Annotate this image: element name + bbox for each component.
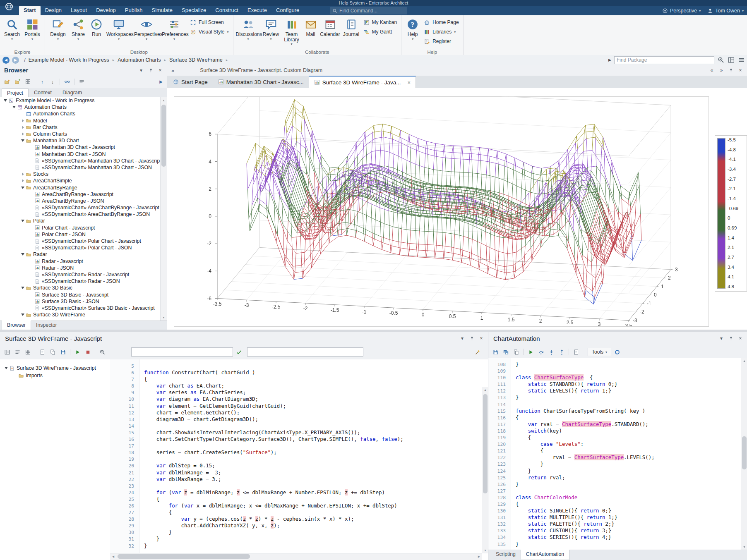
code-line[interactable]: 32} bbox=[110, 543, 482, 549]
code-line[interactable]: 113} bbox=[488, 394, 747, 401]
ribbon-button-share[interactable]: Share▾ bbox=[69, 15, 88, 41]
scrollbar-thumb[interactable] bbox=[483, 394, 488, 493]
code-line[interactable]: 18 series = chart.CreateSeries("Surface"… bbox=[110, 449, 482, 456]
pin-button[interactable] bbox=[728, 67, 734, 74]
tree-item[interactable]: Surface 3D Basic - Javascript bbox=[0, 291, 161, 298]
tree-item[interactable]: Polar Chart - Javascript bbox=[0, 225, 161, 231]
code-line[interactable]: 123 } bbox=[488, 461, 747, 467]
close-button[interactable]: × bbox=[737, 335, 744, 342]
script-tree-item[interactable]: Imports bbox=[0, 372, 110, 379]
menu-tab-design[interactable]: Design bbox=[41, 6, 66, 15]
copy-button[interactable] bbox=[48, 347, 57, 357]
code-line[interactable]: 22 var dblMaxRange = 3.; bbox=[110, 476, 482, 483]
scroll-down-icon[interactable]: ▼ bbox=[482, 547, 488, 553]
tree-item[interactable]: Polar Chart - JSON bbox=[0, 231, 161, 238]
browser-tree-scrollbar[interactable]: ▲ ▼ bbox=[160, 97, 167, 321]
bottom-tab-chartautomation[interactable]: ChartAutomation bbox=[521, 550, 569, 560]
tree-expander-icon[interactable] bbox=[20, 314, 26, 316]
perspective-menu[interactable]: Perspective ▾ bbox=[662, 8, 701, 14]
code-line[interactable]: 15 chart.ShowAxisIntervalInterlacing(Cha… bbox=[110, 429, 482, 436]
code-line[interactable]: 111 static STANDARD(){ return 0;} bbox=[488, 381, 747, 388]
close-button[interactable]: × bbox=[737, 67, 744, 74]
code-line[interactable]: 16 chart.SetChartType(ChartCategory.Surf… bbox=[110, 436, 482, 443]
ribbon-button-portals[interactable]: Portals▾ bbox=[22, 15, 43, 41]
scroll-down-icon[interactable]: ▼ bbox=[741, 544, 747, 550]
code-line[interactable]: 20 var dblStep = 0.15; bbox=[110, 462, 482, 469]
tree-item[interactable]: «SSDynamicChart» Polar Chart - Javascrip… bbox=[0, 238, 161, 244]
runplay-button[interactable] bbox=[526, 347, 535, 357]
scrollbar-thumb[interactable] bbox=[742, 436, 747, 469]
code-line[interactable]: 110class ChartSurfaceType { bbox=[488, 374, 747, 381]
find-command-box[interactable]: Find Command... bbox=[330, 7, 407, 14]
ribbon-button-workspaces[interactable]: Workspaces▾ bbox=[105, 15, 132, 41]
script-replace-input[interactable] bbox=[247, 347, 363, 357]
pin-button[interactable] bbox=[468, 335, 475, 342]
tree-expander-icon[interactable] bbox=[20, 126, 26, 129]
code-line[interactable]: 13 diagram3D = chart.GetDiagram3D(); bbox=[110, 416, 482, 423]
code-line[interactable]: 130 static SINGLE(){ return 0;} bbox=[488, 507, 747, 514]
docpage-button[interactable] bbox=[572, 347, 581, 357]
tree-item[interactable]: Manhattan 3D Chart - JSON bbox=[0, 151, 161, 158]
save-button[interactable] bbox=[491, 347, 500, 357]
breadcrumb-item-surface-3d-wireframe[interactable]: Surface 3D WireFrame bbox=[169, 57, 223, 63]
code-line[interactable]: 24 for (var z = dblMinRange; z <= dblMax… bbox=[110, 489, 482, 496]
tree-item[interactable]: Surface 3D WireFrame bbox=[0, 311, 161, 318]
diagram-canvas-area[interactable]: -5.5-4.8-4.1-3.4-2.7-2.1-1.4-0.6900.691.… bbox=[167, 88, 747, 330]
code-line[interactable]: 28 var y = (cephes.cos(z * z) * z - ceph… bbox=[110, 516, 482, 522]
menu-tab-start[interactable]: Start bbox=[19, 6, 41, 15]
pin-button[interactable] bbox=[147, 67, 154, 74]
code-line[interactable]: 117 var rval = ChartSurfaceType.STANDARD… bbox=[488, 421, 747, 428]
user-menu[interactable]: Tom Owen ▾ bbox=[707, 8, 744, 14]
tree-item[interactable]: Manhattan 3D Chart - Javascript bbox=[0, 144, 161, 151]
code-line[interactable]: 134 static SERIES(){ return 4;} bbox=[488, 534, 747, 541]
stepout-button[interactable] bbox=[557, 347, 566, 357]
menu-tab-specialize[interactable]: Specialize bbox=[177, 6, 211, 15]
ribbon-button-calendar[interactable]: Calendar bbox=[319, 15, 341, 41]
tree-item[interactable]: Polar bbox=[0, 218, 161, 224]
code-line[interactable]: 128class ChartColorMode bbox=[488, 494, 747, 501]
code-line[interactable]: 133 static CUSTOM(){ return 3;} bbox=[488, 527, 747, 534]
tree-item[interactable]: «SSDynamicChart» Manhattan 3D Chart - Ja… bbox=[0, 158, 161, 164]
code-line[interactable]: 26 for (var x = dblMinRange; x <= dblMax… bbox=[110, 503, 482, 509]
folder-new-button[interactable] bbox=[13, 77, 22, 86]
close-button[interactable]: × bbox=[157, 67, 163, 74]
tree-item[interactable]: AreaChartByRange bbox=[0, 184, 161, 191]
code-line[interactable]: 118 switch(key) bbox=[488, 428, 747, 434]
tree-item[interactable]: Column Charts bbox=[0, 131, 161, 137]
code-line[interactable]: 14 bbox=[110, 423, 482, 429]
browser-tab-project[interactable]: Project bbox=[2, 89, 29, 98]
layout-button[interactable] bbox=[2, 347, 12, 357]
menu-tab-execute[interactable]: Execute bbox=[243, 6, 271, 15]
ribbon-button-search[interactable]: Search▾ bbox=[2, 15, 22, 41]
tree-item[interactable]: Automation Charts bbox=[0, 104, 161, 110]
code-line[interactable]: 114 bbox=[488, 401, 747, 408]
ribbon-item-home-page[interactable]: Home Page bbox=[422, 18, 461, 26]
chev-right-button[interactable]: » bbox=[718, 67, 725, 74]
ribbon-button-run[interactable]: Run bbox=[88, 15, 105, 41]
code-line[interactable]: 131 static MULTIPLE(){ return 1;} bbox=[488, 514, 747, 521]
chev-left-button[interactable]: « bbox=[709, 67, 715, 74]
save-button[interactable] bbox=[58, 347, 67, 357]
close-button[interactable]: × bbox=[478, 335, 485, 342]
code-line[interactable]: 109 bbox=[488, 368, 747, 374]
tree-item[interactable]: AreaChartByRange - JSON bbox=[0, 198, 161, 204]
tree-item[interactable]: Manhattan 3D Chart bbox=[0, 137, 161, 144]
code-line[interactable]: 19 bbox=[110, 456, 482, 462]
code-line[interactable]: 27 { bbox=[110, 509, 482, 516]
code-line[interactable]: 6function ConstructChart( chartGuid ) bbox=[110, 369, 482, 376]
document-tab-manhattan-3d-chart-javasc[interactable]: Manhattan 3D Chart - Javasc... bbox=[213, 76, 309, 88]
ribbon-button-preferences[interactable]: Preferences▾ bbox=[161, 15, 188, 41]
ribbon-item-register[interactable]: Register bbox=[422, 37, 461, 45]
tree-item[interactable]: Bar Charts bbox=[0, 124, 161, 131]
check-button[interactable] bbox=[234, 347, 243, 357]
menu-tab-layout[interactable]: Layout bbox=[66, 6, 91, 15]
scroll-down-icon[interactable]: ▼ bbox=[161, 314, 167, 321]
ribbon-item-visual-style[interactable]: Visual Style▾ bbox=[188, 28, 231, 36]
tree-expander-icon[interactable] bbox=[20, 132, 26, 136]
code-line[interactable]: 10 var diagram as EA.ChartDiagram3D; bbox=[110, 396, 482, 402]
tree-item[interactable]: AreaChartSimple bbox=[0, 177, 161, 184]
tree-expander-icon[interactable] bbox=[2, 99, 8, 102]
code-line[interactable]: 125 return rval; bbox=[488, 474, 747, 481]
stepover-button[interactable] bbox=[536, 347, 545, 357]
code-line[interactable]: 127 bbox=[488, 488, 747, 494]
